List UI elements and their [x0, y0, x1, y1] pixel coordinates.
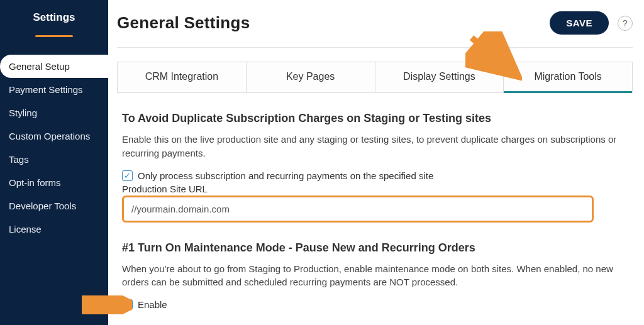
save-button[interactable]: SAVE — [550, 11, 609, 35]
tab-label: Display Settings — [403, 71, 475, 82]
sidebar-item-styling[interactable]: Styling — [0, 101, 108, 124]
sidebar: Settings General Setup Payment Settings … — [0, 0, 108, 325]
tab-label: Migration Tools — [534, 71, 601, 82]
checkbox-enable-maintenance[interactable]: ✓ — [122, 299, 133, 310]
divider — [117, 47, 633, 48]
sidebar-item-license[interactable]: License — [0, 218, 108, 241]
checkbox-label: Only process subscription and recurring … — [138, 170, 433, 181]
tab-label: Key Pages — [286, 71, 335, 82]
sidebar-underline — [35, 35, 73, 37]
sidebar-item-label: Developer Tools — [9, 201, 76, 211]
field-label-production-url: Production Site URL — [122, 184, 628, 194]
section-maintenance-mode: #1 Turn On Maintenance Mode - Pause New … — [122, 241, 628, 311]
tab-migration-tools[interactable]: Migration Tools — [504, 62, 632, 93]
sidebar-item-payment-settings[interactable]: Payment Settings — [0, 78, 108, 101]
sidebar-item-label: Custom Operations — [9, 131, 90, 141]
section-description: Enable this on the live production site … — [122, 133, 628, 160]
tab-crm-integration[interactable]: CRM Integration — [118, 62, 247, 93]
sidebar-item-label: License — [9, 224, 42, 234]
sidebar-item-custom-operations[interactable]: Custom Operations — [0, 124, 108, 148]
sidebar-item-label: Opt-in forms — [9, 177, 61, 188]
section-title: To Avoid Duplicate Subscription Charges … — [122, 112, 628, 125]
sidebar-item-general-setup[interactable]: General Setup — [0, 55, 108, 78]
sidebar-item-label: Tags — [9, 154, 29, 165]
sidebar-item-optin-forms[interactable]: Opt-in forms — [0, 171, 108, 194]
sidebar-item-developer-tools[interactable]: Developer Tools — [0, 194, 108, 218]
page-title: General Settings — [117, 13, 250, 33]
help-icon[interactable]: ? — [618, 16, 633, 31]
checkbox-row-only-process: ✓ Only process subscription and recurrin… — [122, 170, 628, 181]
sidebar-item-label: General Setup — [9, 61, 70, 72]
checkbox-row-enable-maintenance: ✓ Enable — [122, 299, 628, 310]
section-title: #1 Turn On Maintenance Mode - Pause New … — [122, 241, 628, 255]
sidebar-item-tags[interactable]: Tags — [0, 148, 108, 171]
sidebar-item-label: Payment Settings — [9, 84, 83, 95]
sidebar-title: Settings — [0, 11, 108, 24]
checkbox-label: Enable — [138, 299, 167, 310]
topbar-right: SAVE ? — [550, 11, 633, 35]
section-duplicate-charges: To Avoid Duplicate Subscription Charges … — [122, 112, 628, 223]
tab-key-pages[interactable]: Key Pages — [247, 62, 375, 93]
tabs: CRM Integration Key Pages Display Settin… — [117, 62, 633, 93]
tab-panel: To Avoid Duplicate Subscription Charges … — [114, 93, 635, 310]
tab-display-settings[interactable]: Display Settings — [375, 62, 504, 93]
topbar: General Settings SAVE ? — [114, 11, 635, 47]
sidebar-item-label: Styling — [9, 107, 37, 118]
main-content: General Settings SAVE ? CRM Integration … — [108, 0, 644, 325]
tab-label: CRM Integration — [145, 71, 219, 82]
production-url-input[interactable] — [122, 196, 594, 223]
section-description: When you're about to go from Staging to … — [122, 262, 628, 290]
checkbox-only-process[interactable]: ✓ — [122, 170, 133, 181]
